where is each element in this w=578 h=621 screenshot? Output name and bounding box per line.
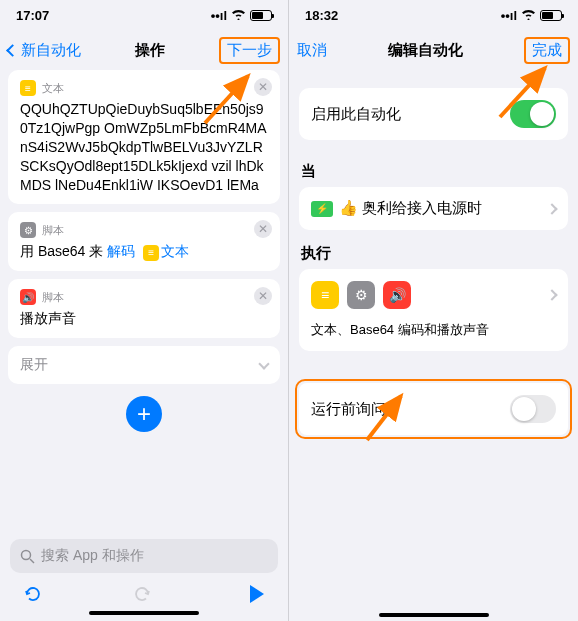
back-button[interactable]: 新自动化 [8, 41, 81, 60]
status-time: 18:32 [305, 8, 338, 23]
ask-before-run-row[interactable]: 运行前询问 [299, 383, 568, 435]
home-indicator [89, 611, 199, 615]
card-tag: 文本 [42, 81, 64, 96]
battery-icon [540, 10, 562, 21]
remove-icon[interactable]: ✕ [254, 78, 272, 96]
power-icon: ⚡ [311, 201, 333, 217]
bottom-panel [289, 609, 578, 617]
enable-toggle[interactable] [510, 100, 556, 128]
svg-line-2 [30, 559, 34, 563]
nav-title: 操作 [135, 41, 165, 60]
status-time: 17:07 [16, 8, 49, 23]
enable-automation-row[interactable]: 启用此自动化 [299, 88, 568, 140]
sound-badge-icon: 🔊 [20, 289, 36, 305]
nav-bar: 取消 编辑自动化 完成 [289, 30, 578, 70]
when-section-title: 当 [289, 148, 578, 187]
card-body: 用 Base64 来 解码 ≡文本 [20, 242, 268, 261]
do-section-title: 执行 [289, 230, 578, 269]
action-card-sound[interactable]: ✕ 🔊 脚本 播放声音 [8, 279, 280, 338]
status-bar: 17:07 ••ıl [0, 0, 288, 30]
text-badge-icon: ≡ [143, 245, 159, 261]
chevron-down-icon [258, 358, 269, 369]
done-button[interactable]: 完成 [524, 37, 570, 64]
status-right: ••ıl [501, 8, 562, 23]
text-param[interactable]: 文本 [161, 243, 189, 259]
status-bar: 18:32 ••ıl [289, 0, 578, 30]
nav-bar: 新自动化 操作 下一步 [0, 30, 288, 70]
search-icon [20, 549, 35, 564]
text-action-icon: ≡ [311, 281, 339, 309]
svg-point-1 [22, 550, 31, 559]
card-body: 播放声音 [20, 309, 268, 328]
chevron-left-icon [6, 44, 19, 57]
script-action-icon: ⚙ [347, 281, 375, 309]
do-actions-row[interactable]: ≡ ⚙ 🔊 文本、Base64 编码和播放声音 [299, 269, 568, 351]
remove-icon[interactable]: ✕ [254, 287, 272, 305]
run-button[interactable] [246, 583, 268, 605]
wifi-icon [521, 8, 536, 23]
sound-action-icon: 🔊 [383, 281, 411, 309]
decode-link[interactable]: 解码 [107, 243, 135, 259]
card-tag: 脚本 [42, 290, 64, 305]
search-input[interactable]: 搜索 App 和操作 [10, 539, 278, 573]
card-body: QQUhQZTUpQieDuybSuq5lbEEn50js90Tz1QjwPgp… [20, 100, 268, 194]
screen-edit-automation: 18:32 ••ıl 取消 编辑自动化 完成 启用此自动化 [289, 0, 578, 621]
card-tag: 脚本 [42, 223, 64, 238]
cancel-button[interactable]: 取消 [297, 41, 327, 60]
signal-icon: ••ıl [501, 8, 517, 23]
when-trigger-row[interactable]: ⚡ 👍 奥利给接入电源时 [299, 187, 568, 230]
script-badge-icon: ⚙ [20, 222, 36, 238]
expand-row[interactable]: 展开 [8, 346, 280, 384]
status-right: ••ıl [211, 8, 272, 23]
text-badge-icon: ≡ [20, 80, 36, 96]
bottom-panel: 搜索 App 和操作 [0, 531, 288, 621]
ask-toggle[interactable] [510, 395, 556, 423]
redo-button[interactable] [133, 583, 155, 605]
signal-icon: ••ıl [211, 8, 227, 23]
add-action-button[interactable]: + [126, 396, 162, 432]
toolbar [10, 579, 278, 607]
nav-title: 编辑自动化 [388, 41, 463, 60]
action-card-text[interactable]: ✕ ≡ 文本 QQUhQZTUpQieDuybSuq5lbEEn50js90Tz… [8, 70, 280, 204]
do-description: 文本、Base64 编码和播放声音 [311, 321, 556, 339]
ask-before-run-highlight: 运行前询问 [295, 379, 572, 439]
chevron-right-icon [546, 289, 557, 300]
screen-actions: 17:07 ••ıl 新自动化 操作 下一步 ✕ [0, 0, 289, 621]
undo-button[interactable] [20, 583, 42, 605]
next-button[interactable]: 下一步 [219, 37, 280, 64]
wifi-icon [231, 8, 246, 23]
battery-icon [250, 10, 272, 21]
chevron-right-icon [546, 203, 557, 214]
remove-icon[interactable]: ✕ [254, 220, 272, 238]
home-indicator [379, 613, 489, 617]
action-card-base64[interactable]: ✕ ⚙ 脚本 用 Base64 来 解码 ≡文本 [8, 212, 280, 271]
